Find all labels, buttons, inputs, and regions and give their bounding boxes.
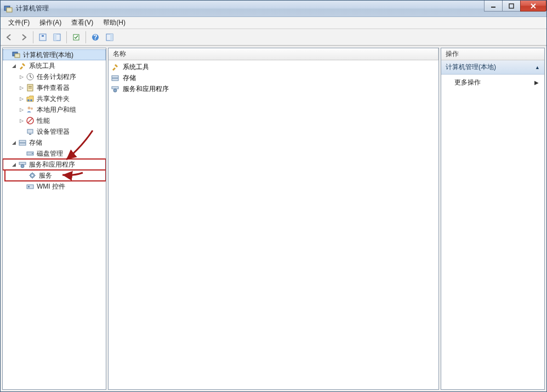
- tree-system-tools[interactable]: ◢ 系统工具: [3, 60, 106, 71]
- menu-action[interactable]: 操作(A): [35, 17, 66, 29]
- show-action-pane-button[interactable]: [103, 31, 116, 44]
- performance-icon: [26, 116, 35, 125]
- tree-local-users[interactable]: ▷ 本地用户和组: [3, 104, 106, 115]
- svg-rect-12: [110, 34, 113, 41]
- titlebar[interactable]: 计算机管理: [1, 1, 546, 17]
- svg-rect-3: [509, 4, 514, 8]
- tree-storage[interactable]: ◢ 存储: [3, 137, 106, 148]
- tools-icon: [111, 63, 119, 71]
- expander-icon[interactable]: ▷: [18, 84, 25, 91]
- actions-header: 操作: [441, 48, 544, 60]
- nav-tree[interactable]: ▸ 计算机管理(本地) ◢ 系统工具 ▷: [3, 48, 106, 389]
- expander-icon[interactable]: ◢: [10, 63, 17, 69]
- list-item[interactable]: 系统工具: [109, 61, 438, 72]
- tree-label: 设备管理器: [37, 127, 70, 137]
- services-apps-icon: [111, 84, 119, 93]
- svg-rect-17: [29, 86, 32, 87]
- svg-rect-26: [19, 140, 26, 143]
- submenu-arrow-icon: ▶: [534, 79, 539, 86]
- svg-point-31: [21, 164, 24, 168]
- services-apps-icon: [18, 160, 27, 169]
- list-body[interactable]: 系统工具 存储 服务和应用程序: [109, 60, 438, 389]
- menu-help[interactable]: 帮助(H): [99, 17, 130, 29]
- refresh-button[interactable]: [70, 31, 83, 44]
- svg-point-39: [113, 89, 117, 92]
- tree-services-apps[interactable]: ◢ 服务和应用程序: [3, 159, 106, 170]
- expander-icon[interactable]: ▷: [18, 73, 25, 80]
- up-button[interactable]: [36, 31, 49, 44]
- device-manager-icon: [26, 127, 35, 136]
- tree-event-viewer[interactable]: ▷ 事件查看器: [3, 82, 106, 93]
- svg-point-21: [28, 107, 31, 110]
- tree-label: 事件查看器: [37, 83, 70, 93]
- menubar: 文件(F) 操作(A) 查看(V) 帮助(H): [1, 17, 546, 29]
- expander-icon[interactable]: ▷: [18, 117, 25, 124]
- list-item-label: 服务和应用程序: [123, 84, 169, 94]
- tree-shared-folders[interactable]: ▷ 共享文件夹: [3, 93, 106, 104]
- collapse-icon: ▲: [535, 65, 540, 70]
- tree-label: 服务和应用程序: [29, 160, 75, 169]
- tools-icon: [18, 61, 27, 70]
- svg-rect-7: [54, 34, 56, 41]
- tree-label: 计算机管理(本地): [23, 50, 73, 60]
- action-more[interactable]: 更多操作 ▶: [441, 75, 544, 90]
- svg-rect-24: [27, 129, 33, 133]
- back-button[interactable]: [3, 31, 16, 44]
- svg-rect-30: [19, 162, 26, 164]
- computer-management-icon: [12, 50, 21, 59]
- expander-icon[interactable]: ◢: [10, 161, 17, 168]
- action-label: 更多操作: [454, 78, 481, 87]
- svg-rect-27: [19, 143, 26, 145]
- tree-services[interactable]: ▷ 服务: [5, 170, 106, 181]
- menu-view[interactable]: 查看(V): [67, 17, 98, 29]
- list-panel: 名称 系统工具 存储: [108, 48, 439, 390]
- show-hide-tree-button[interactable]: [50, 31, 64, 44]
- app-icon: [4, 4, 13, 13]
- tree-task-scheduler[interactable]: ▷ 任务计划程序: [3, 71, 106, 82]
- storage-icon: [18, 138, 27, 147]
- toolbar-separator: [86, 31, 86, 43]
- svg-rect-35: [28, 186, 30, 188]
- toolbar: ?: [1, 29, 546, 46]
- forward-button[interactable]: [17, 31, 30, 44]
- svg-point-22: [31, 107, 33, 110]
- list-item[interactable]: 存储: [109, 72, 438, 83]
- tree-label: 共享文件夹: [37, 94, 70, 104]
- expander-icon[interactable]: ◢: [10, 139, 17, 146]
- tree-label: 磁盘管理: [37, 149, 63, 158]
- storage-icon: [111, 73, 119, 82]
- list-header: 名称: [109, 48, 438, 60]
- expander-icon[interactable]: ▷: [18, 95, 25, 102]
- tree-label: 服务: [39, 171, 52, 180]
- expander-icon[interactable]: ▷: [18, 106, 25, 113]
- action-panel: 操作 计算机管理(本地) ▲ 更多操作 ▶: [441, 48, 545, 390]
- tree-wmi-control[interactable]: ▷ WMI 控件: [3, 181, 106, 192]
- svg-point-29: [32, 153, 33, 154]
- window-controls: [485, 1, 546, 12]
- svg-point-20: [30, 99, 32, 101]
- list-item[interactable]: 服务和应用程序: [109, 83, 438, 94]
- menu-file[interactable]: 文件(F): [4, 17, 34, 29]
- list-item-label: 存储: [123, 73, 136, 83]
- action-group-title[interactable]: 计算机管理(本地) ▲: [441, 60, 544, 75]
- tree-disk-management[interactable]: ▷ 磁盘管理: [3, 148, 106, 159]
- tree-label: 任务计划程序: [37, 72, 76, 82]
- svg-point-19: [27, 99, 30, 101]
- disk-icon: [26, 149, 35, 158]
- tree-label: 性能: [37, 116, 50, 126]
- column-header-name[interactable]: 名称: [109, 48, 438, 60]
- tree-device-manager[interactable]: ▷ 设备管理器: [3, 126, 106, 137]
- tree-performance[interactable]: ▷ 性能: [3, 115, 106, 126]
- help-button[interactable]: ?: [89, 31, 102, 44]
- close-button[interactable]: [520, 1, 546, 12]
- minimize-button[interactable]: [484, 1, 503, 12]
- svg-rect-5: [42, 35, 44, 37]
- tree-label: WMI 控件: [37, 182, 65, 191]
- svg-rect-18: [29, 88, 32, 88]
- maximize-button[interactable]: [502, 1, 521, 12]
- event-log-icon: [26, 83, 35, 92]
- clock-icon: [26, 72, 35, 81]
- app-window: 计算机管理 文件(F) 操作(A) 查看(V) 帮助(H): [0, 0, 547, 392]
- tree-root[interactable]: ▸ 计算机管理(本地): [3, 49, 106, 60]
- gear-icon: [28, 171, 37, 180]
